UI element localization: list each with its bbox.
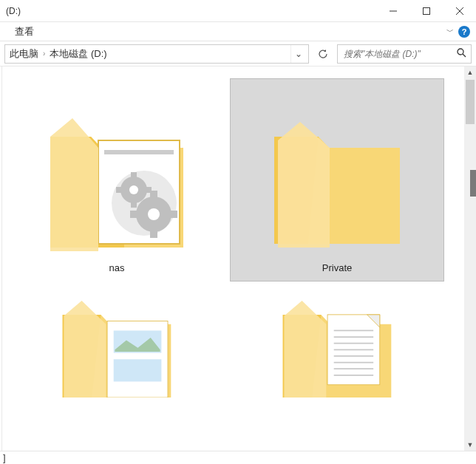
address-dropdown-icon[interactable]: ⌄ — [290, 45, 305, 63]
svg-rect-20 — [169, 211, 177, 218]
help-icon[interactable]: ? — [458, 26, 470, 38]
svg-rect-18 — [150, 229, 157, 238]
breadcrumb-sep-icon: › — [40, 50, 48, 58]
svg-line-5 — [463, 54, 466, 57]
breadcrumb-this-pc[interactable]: 此电脑 — [8, 47, 40, 61]
svg-rect-13 — [131, 172, 137, 180]
maximize-button[interactable] — [409, 0, 443, 22]
svg-rect-1 — [423, 7, 429, 14]
scroll-down-icon[interactable]: ▼ — [464, 439, 476, 451]
folder-icon — [47, 296, 187, 398]
ribbon-expand-icon[interactable]: ﹀ — [446, 27, 454, 37]
svg-rect-19 — [130, 211, 139, 218]
folder-icon — [267, 107, 407, 255]
svg-rect-15 — [116, 187, 123, 193]
search-icon[interactable] — [457, 48, 466, 60]
window-edge-handle[interactable] — [470, 170, 476, 197]
svg-rect-17 — [150, 191, 157, 199]
address-bar[interactable]: 此电脑 › 本地磁盘 (D:) ⌄ — [4, 44, 309, 64]
close-button[interactable] — [443, 0, 476, 22]
ribbon-right-controls: ﹀ ? — [446, 26, 470, 38]
folder-icon — [267, 296, 407, 398]
folder-item-private[interactable]: Private — [230, 78, 444, 282]
folder-item-documents[interactable] — [230, 287, 444, 413]
folder-icon — [47, 107, 187, 255]
search-input[interactable] — [342, 48, 457, 60]
folder-label: Private — [322, 262, 352, 273]
ribbon-tabs-list: 查看 — [6, 25, 34, 38]
svg-rect-7 — [104, 150, 174, 154]
window-controls — [376, 0, 476, 22]
svg-point-4 — [458, 49, 463, 55]
scroll-up-icon[interactable]: ▲ — [464, 66, 476, 78]
files-view[interactable]: nas Private — [2, 66, 464, 451]
svg-point-10 — [129, 185, 138, 194]
address-search-row: 此电脑 › 本地磁盘 (D:) ⌄ — [0, 41, 476, 66]
minimize-button[interactable] — [376, 0, 409, 22]
breadcrumb-drive[interactable]: 本地磁盘 (D:) — [48, 47, 108, 61]
search-box[interactable] — [337, 44, 472, 64]
svg-rect-14 — [131, 200, 137, 208]
window-title: (D:) — [6, 6, 21, 16]
folder-item-pictures[interactable] — [10, 287, 224, 413]
scroll-thumb[interactable] — [466, 80, 475, 124]
vertical-scrollbar[interactable]: ▲ ▼ — [464, 66, 476, 451]
svg-point-12 — [148, 208, 160, 220]
folder-item-nas[interactable]: nas — [10, 78, 224, 282]
folder-label: nas — [109, 262, 125, 273]
refresh-button[interactable] — [313, 44, 333, 64]
content-area: nas Private — [0, 66, 476, 451]
svg-rect-23 — [114, 359, 162, 381]
title-bar: (D:) — [0, 0, 476, 22]
tab-view[interactable]: 查看 — [15, 25, 34, 38]
status-left-glyph: ] — [3, 452, 6, 463]
status-bar: ] — [0, 451, 476, 464]
ribbon-tabs: 查看 ﹀ ? — [0, 22, 476, 41]
